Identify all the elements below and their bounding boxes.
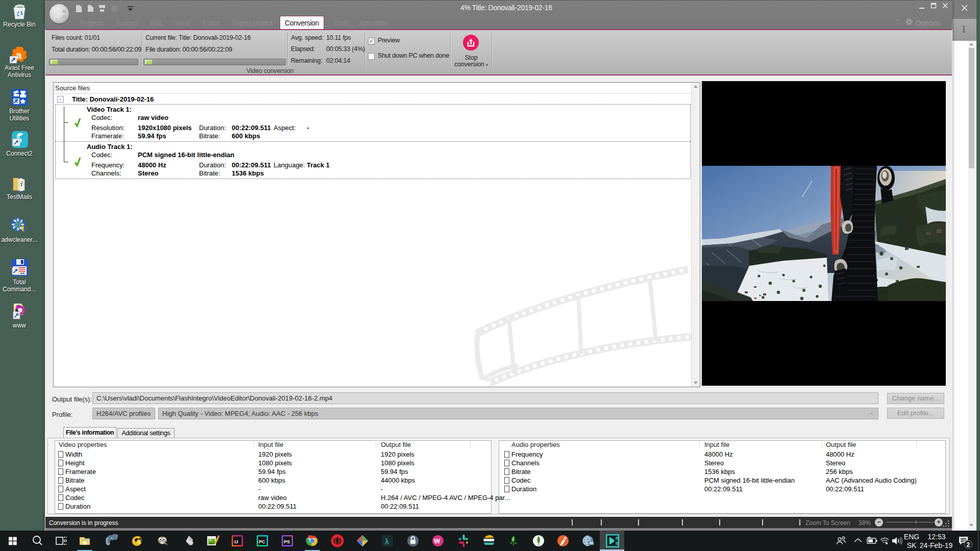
svg-text:W: W [434,537,440,545]
svg-text:IJ: IJ [234,539,238,544]
svg-text:-64-: -64- [19,272,26,276]
svg-text:PC: PC [259,539,265,544]
svg-text:λ: λ [385,537,389,546]
svg-text:2: 2 [967,541,970,548]
svg-text:PS: PS [284,539,290,544]
